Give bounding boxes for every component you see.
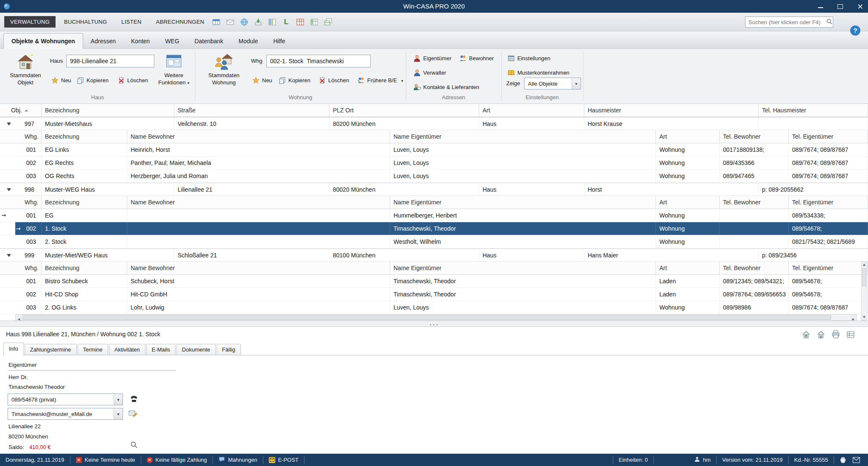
whg-loeschen-button[interactable]: Löschen xyxy=(317,75,350,85)
cell-tel-eigentuemer[interactable]: 089/7674; 089/87687 xyxy=(789,301,868,314)
chevron-down-icon[interactable] xyxy=(114,408,123,419)
cell-bewohner[interactable] xyxy=(127,209,390,222)
stammdaten-wohnung-button[interactable]: Stammdaten Wohnung xyxy=(200,51,248,93)
unit-row-999-003[interactable]: 003 2. OG Links Lohr, Ludwig Luven, Louy… xyxy=(0,301,868,314)
header-art[interactable]: Art xyxy=(479,104,584,117)
cell-plz-ort[interactable]: 80020 München xyxy=(329,183,479,195)
header-art[interactable]: Art xyxy=(656,262,720,274)
cell-bewohner[interactable]: Herzberger, Julia und Roman xyxy=(127,170,390,182)
cell-obj[interactable]: 999 xyxy=(0,249,42,261)
header-whg[interactable]: Whg. xyxy=(21,196,42,209)
object-row-998[interactable]: 998 Muster-WEG Haus Lilienallee 21 80020… xyxy=(0,183,868,196)
house-icon[interactable] xyxy=(815,329,826,340)
cell-bezeichnung[interactable]: 2. Stock xyxy=(42,235,127,248)
header-tel-eigentuemer[interactable]: Tel. Eigentümer xyxy=(789,130,868,143)
collapse-icon[interactable] xyxy=(7,123,11,126)
header-art[interactable]: Art xyxy=(656,196,720,209)
cell-tel-bewohner[interactable]: 089/435366 xyxy=(720,156,789,169)
cell-tel-eigentuemer[interactable]: 0821/75432; 0821/5689 xyxy=(789,235,868,248)
unit-row-997-001[interactable]: 001 EG Links Heinrich, Horst Luven, Louy… xyxy=(0,143,868,156)
unit-row-998-001[interactable]: 001 EG Hummelberger, Heribert Wohnung 08… xyxy=(0,209,868,222)
header-tel-bewohner[interactable]: Tel. Bewohner xyxy=(720,130,789,143)
cell-bezeichnung[interactable]: Muster-Miet/WEG Haus xyxy=(42,249,174,261)
header-whg[interactable]: Whg. xyxy=(21,262,42,274)
detail-tab-aktivitaeten[interactable]: Aktivitäten xyxy=(109,344,145,355)
cell-art[interactable]: Wohnung xyxy=(656,301,720,314)
header-bezeichnung[interactable]: Bezeichnung xyxy=(42,262,127,274)
collapse-icon[interactable] xyxy=(7,188,11,191)
horizontal-scrollbar[interactable] xyxy=(15,314,857,321)
cell-art[interactable]: Wohnung xyxy=(656,209,720,222)
cell-whg[interactable]: 001 xyxy=(21,275,42,287)
tab-datenbank[interactable]: Datenbank xyxy=(187,35,231,48)
header-name-bewohner[interactable]: Name Bewohner xyxy=(127,262,390,274)
cell-obj[interactable]: 998 xyxy=(0,183,42,195)
header-hausmeister[interactable]: Hausmeister xyxy=(584,104,759,117)
cell-bewohner[interactable]: Hit-CD GmbH xyxy=(127,288,390,301)
cell-tel-bewohner[interactable]: 089/78764; 089/656653 xyxy=(720,288,789,301)
chevron-down-icon[interactable] xyxy=(399,77,403,84)
detail-tab-dokumente[interactable]: Dokumente xyxy=(176,344,215,355)
unit-row-999-002[interactable]: 002 Hit-CD Shop Hit-CD GmbH Timaschewski… xyxy=(0,288,868,301)
header-tel-bewohner[interactable]: Tel. Bewohner xyxy=(720,262,789,274)
menu-abrechnungen[interactable]: ABRECHNUNGEN xyxy=(150,16,210,28)
object-row-999[interactable]: 999 Muster-Miet/WEG Haus Schloßallee 21 … xyxy=(0,248,868,262)
cell-bewohner[interactable]: Schubeck, Horst xyxy=(127,275,390,287)
close-button[interactable] xyxy=(856,3,863,10)
cell-bezeichnung[interactable]: Muster-Mietshaus xyxy=(42,117,174,130)
cell-eigentuemer[interactable]: Timaschewski, Theodor xyxy=(390,275,656,287)
cell-whg[interactable]: 003 xyxy=(21,170,42,182)
search-balance-icon[interactable] xyxy=(128,439,140,450)
cell-eigentuemer[interactable]: Luven, Louys xyxy=(390,301,656,314)
help-button[interactable]: ? xyxy=(850,25,860,36)
cell-tel-eigentuemer[interactable]: 089/54678; xyxy=(789,288,868,301)
cell-tel-eigentuemer[interactable]: 089/7674; 089/87687 xyxy=(789,156,868,169)
search-icon[interactable] xyxy=(826,18,832,26)
chevron-down-icon[interactable] xyxy=(572,78,581,89)
cell-bewohner[interactable]: Panther, Paul; Maier, Michaela xyxy=(127,156,390,169)
cell-eigentuemer[interactable]: Westholt, Wilhelm xyxy=(390,235,656,248)
header-name-bewohner[interactable]: Name Bewohner xyxy=(127,196,390,209)
cell-tel-bewohner[interactable]: 089/98986 xyxy=(720,301,789,314)
cell-bewohner[interactable]: Lohr, Ludwig xyxy=(127,301,390,314)
cell-eigentuemer[interactable]: Luven, Louys xyxy=(390,170,656,182)
header-tel-eigentuemer[interactable]: Tel. Eigentümer xyxy=(789,196,868,209)
header-bezeichnung[interactable]: Bezeichnung xyxy=(42,130,127,143)
status-termine[interactable]: Keine Termine heute xyxy=(70,457,141,463)
status-print-icon[interactable] xyxy=(834,457,852,463)
header-tel-bewohner[interactable]: Tel. Bewohner xyxy=(720,196,789,209)
cell-art[interactable]: Laden xyxy=(656,288,720,301)
tab-hilfe[interactable]: Hilfe xyxy=(265,35,293,48)
cell-bezeichnung[interactable]: 1. Stock xyxy=(42,222,127,235)
cell-strasse[interactable]: Lilienallee 21 xyxy=(174,183,329,195)
menu-verwaltung[interactable]: VERWALTUNG xyxy=(4,16,56,28)
cell-hausmeister[interactable]: Horst xyxy=(584,183,759,195)
cell-art[interactable]: Laden xyxy=(656,275,720,287)
cell-tel-hausmeister[interactable]: p: 089-2055662 xyxy=(759,183,868,195)
kontakte-lieferanten-button[interactable]: Kontakte & Lieferanten xyxy=(412,82,480,92)
fruehere-be-button[interactable]: Frühere B/E xyxy=(356,75,405,85)
scroll-up-icon[interactable] xyxy=(862,262,867,268)
cell-bewohner[interactable] xyxy=(127,235,390,248)
cell-bezeichnung[interactable]: EG Rechts xyxy=(42,156,127,169)
cell-eigentuemer[interactable]: Hummelberger, Heribert xyxy=(390,209,656,222)
tab-module[interactable]: Module xyxy=(231,35,266,48)
cell-art[interactable]: Haus xyxy=(479,183,584,195)
search-input[interactable] xyxy=(745,19,826,25)
cell-tel-bewohner[interactable] xyxy=(720,222,789,235)
cell-tel-eigentuemer[interactable]: 089/54678; xyxy=(789,275,868,287)
cell-whg[interactable]: 001 xyxy=(21,143,42,156)
detail-tab-info[interactable]: Info xyxy=(3,343,24,355)
detail-tab-faellig[interactable]: Fällig xyxy=(217,344,241,355)
cell-hausmeister[interactable]: Hans Maier xyxy=(584,249,759,261)
status-mahnungen[interactable]: Mahnungen xyxy=(213,456,263,464)
cell-tel-bewohner[interactable] xyxy=(720,235,789,248)
header-strasse[interactable]: Straße xyxy=(174,104,329,117)
phone-icon[interactable] xyxy=(128,393,140,404)
cell-tel-eigentuemer[interactable]: 089/54678; xyxy=(789,222,868,235)
list-grid-icon[interactable] xyxy=(845,329,856,340)
email-compose-icon[interactable] xyxy=(128,408,139,419)
cell-whg[interactable]: 002 xyxy=(21,156,42,169)
phone-select[interactable]: 089/54678 (privat) xyxy=(8,393,123,405)
scroll-down-icon[interactable] xyxy=(862,315,867,320)
